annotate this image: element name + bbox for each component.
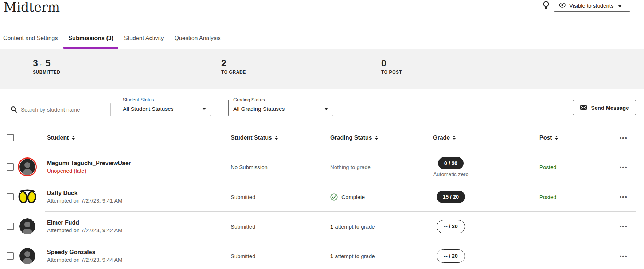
check-circle-icon	[330, 193, 338, 201]
row-options-icon[interactable]: •••	[620, 241, 628, 269]
sort-icon	[72, 136, 75, 140]
search-input[interactable]	[21, 106, 107, 113]
tab-submissions[interactable]: Submissions (3)	[68, 35, 113, 42]
header-divider	[0, 27, 644, 27]
to-grade-count: 2	[221, 58, 226, 69]
student-status-filter-label: Student Status	[121, 97, 156, 102]
tab-question-analysis[interactable]: Question Analysis	[174, 35, 220, 42]
attempt-count: 1	[330, 223, 333, 230]
student-status-cell: Submitted	[231, 182, 255, 212]
submitted-total: 5	[46, 58, 51, 69]
student-name[interactable]: Megumi Taguchi_PreviewUser	[47, 160, 131, 167]
student-name[interactable]: Speedy Gonzales	[47, 249, 122, 256]
grade-pill[interactable]: 15 / 20	[437, 191, 465, 203]
sort-icon	[555, 136, 558, 140]
tab-content-and-settings[interactable]: Content and Settings	[3, 35, 58, 42]
grading-status-cell: 1 attempt to grade	[330, 211, 375, 241]
student-status-cell: No Submission	[231, 152, 268, 182]
avatar	[19, 159, 35, 175]
row-options-icon[interactable]: •••	[620, 152, 628, 182]
grade-pill[interactable]: 0 / 20	[438, 157, 464, 169]
row-options-icon[interactable]: •••	[620, 182, 628, 212]
column-header-grading-status[interactable]: Grading Status	[330, 124, 378, 152]
grade-pill[interactable]: -- / 20	[437, 220, 465, 233]
person-silhouette-icon	[19, 159, 35, 175]
student-name[interactable]: Elmer Fudd	[47, 219, 122, 226]
post-status: Posted	[539, 182, 557, 212]
grading-status-filter[interactable]: Grading Status All Grading Statuses	[228, 97, 333, 116]
column-header-post[interactable]: Post	[539, 124, 558, 152]
chevron-down-icon	[202, 108, 206, 110]
post-status: Posted	[539, 152, 557, 182]
sort-icon	[275, 136, 278, 140]
table-row[interactable]: Megumi Taguchi_PreviewUser Unopened (lat…	[0, 152, 644, 182]
grading-status-cell: 1 attempt to grade	[330, 241, 375, 269]
column-label: Student Status	[231, 134, 272, 141]
tab-student-activity[interactable]: Student Activity	[124, 35, 164, 42]
page-title: Midterm	[4, 0, 60, 15]
grading-status-filter-label: Grading Status	[231, 97, 267, 102]
column-label: Grading Status	[330, 134, 372, 141]
grading-status-label: Complete	[341, 194, 365, 200]
submitted-of: of	[40, 62, 44, 67]
student-status-filter-value: All Student Statuses	[123, 106, 174, 112]
row-checkbox[interactable]	[7, 223, 14, 230]
submitted-count: 3	[33, 58, 38, 69]
table-header: Student Student Status Grading Status Gr…	[0, 124, 644, 152]
grading-status-filter-value: All Grading Statuses	[233, 106, 285, 112]
column-label: Grade	[433, 134, 450, 141]
stat-to-grade: 2 TO GRADE	[221, 58, 246, 75]
send-message-label: Send Message	[591, 105, 629, 111]
student-status-cell: Submitted	[231, 241, 255, 269]
row-checkbox[interactable]	[7, 193, 14, 200]
avatar	[19, 218, 35, 234]
student-subtitle: Attempted on 7/27/23, 9:41 AM	[47, 198, 122, 204]
stat-submitted: 3 of 5 SUBMITTED	[33, 58, 60, 75]
grading-status-cell: Nothing to grade	[330, 152, 371, 182]
grade-pill[interactable]: -- / 20	[437, 249, 465, 263]
stat-label: TO GRADE	[221, 70, 246, 75]
table-row[interactable]: Elmer Fudd Attempted on 7/27/23, 9:42 AM…	[0, 211, 644, 241]
column-header-grade[interactable]: Grade	[433, 124, 456, 152]
grade-note: Automatic zero	[433, 171, 469, 177]
student-name[interactable]: Daffy Duck	[47, 190, 122, 196]
attempt-count: 1	[330, 253, 333, 259]
student-subtitle: Attempted on 7/27/23, 9:42 AM	[47, 227, 122, 233]
search-box	[7, 103, 111, 116]
table-row[interactable]: Daffy Duck Attempted on 7/27/23, 9:41 AM…	[0, 182, 644, 212]
row-checkbox[interactable]	[7, 163, 14, 171]
column-header-student[interactable]: Student	[47, 124, 75, 152]
avatar	[18, 188, 37, 205]
stat-to-post: 0 TO POST	[381, 58, 402, 75]
tab-bar: Content and Settings Submissions (3) Stu…	[3, 27, 221, 49]
sort-icon	[375, 136, 378, 140]
envelope-icon	[580, 105, 587, 110]
send-message-button[interactable]: Send Message	[573, 100, 636, 115]
chevron-down-icon	[618, 5, 622, 7]
search-icon	[11, 106, 17, 113]
stat-label: TO POST	[381, 70, 402, 75]
column-label: Student	[47, 134, 69, 141]
avatar	[19, 248, 35, 264]
grading-status-label: attempt to grade	[335, 253, 375, 259]
chevron-down-icon	[324, 108, 328, 110]
lightbulb-icon[interactable]	[542, 1, 550, 10]
student-subtitle: Attempted on 7/27/23, 9:44 AM	[47, 257, 122, 263]
stat-label: SUBMITTED	[33, 70, 60, 75]
row-options-icon[interactable]: •••	[620, 211, 628, 241]
student-subtitle: Unopened (late)	[47, 168, 131, 174]
row-checkbox[interactable]	[7, 252, 14, 260]
visibility-button[interactable]: Visible to students	[554, 0, 630, 12]
person-silhouette-icon	[19, 248, 35, 264]
student-status-filter[interactable]: Student Status All Student Statuses	[118, 97, 211, 116]
sort-icon	[453, 136, 456, 140]
grading-status-cell: Complete	[330, 182, 365, 212]
select-all-checkbox[interactable]	[7, 134, 14, 141]
column-header-student-status[interactable]: Student Status	[231, 124, 278, 152]
assessment-submissions-page: Midterm Visible to students Content and …	[0, 0, 644, 269]
eye-icon	[559, 2, 566, 8]
table-row[interactable]: Speedy Gonzales Attempted on 7/27/23, 9:…	[0, 241, 644, 269]
column-label: Post	[539, 134, 552, 141]
table-options-icon[interactable]: •••	[620, 124, 628, 152]
to-post-count: 0	[381, 58, 386, 69]
